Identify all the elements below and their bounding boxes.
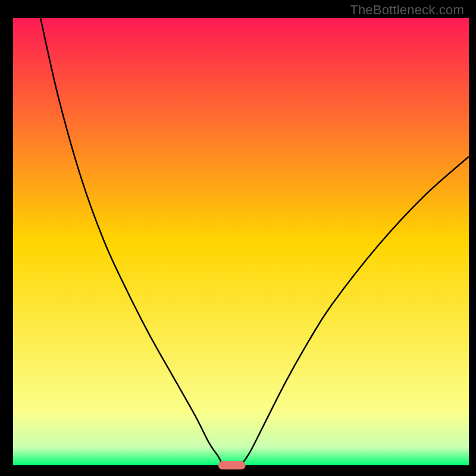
plot-background — [13, 18, 469, 465]
optimal-marker — [218, 461, 246, 469]
chart-container: TheBottleneck.com — [0, 0, 476, 476]
watermark-text: TheBottleneck.com — [350, 2, 464, 18]
bottleneck-chart — [0, 0, 476, 476]
